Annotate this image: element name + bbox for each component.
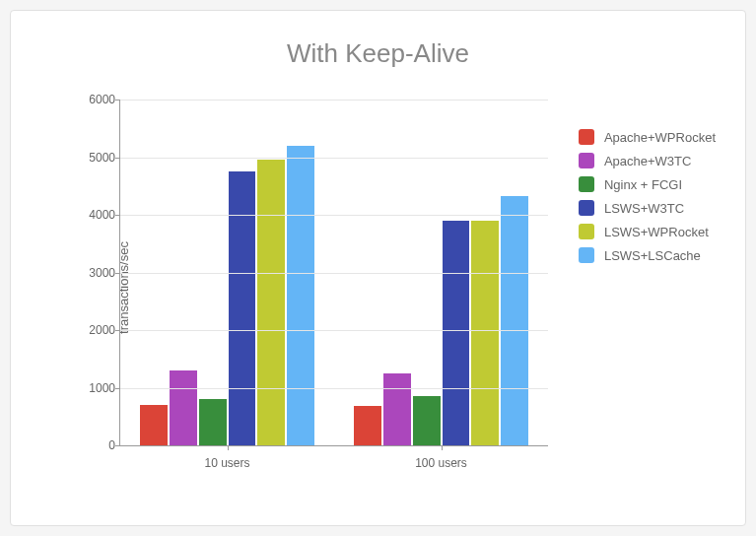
legend-label: LSWS+LSCache <box>604 248 701 263</box>
grid-line <box>120 273 548 274</box>
legend-swatch <box>579 129 594 145</box>
bar <box>354 406 381 445</box>
y-tick-label: 4000 <box>76 208 115 222</box>
y-tick-mark <box>115 273 120 274</box>
legend-label: LSWS+W3TC <box>604 201 684 216</box>
legend-swatch <box>579 153 594 168</box>
y-tick-mark <box>115 445 120 446</box>
bar <box>199 399 227 445</box>
legend-label: Apache+WPRocket <box>604 130 716 145</box>
y-tick-mark <box>115 158 120 159</box>
y-tick-label: 1000 <box>76 381 115 395</box>
legend-swatch <box>579 224 594 239</box>
legend-item: LSWS+W3TC <box>579 200 716 216</box>
legend-swatch <box>579 176 594 192</box>
y-tick-mark <box>115 100 120 100</box>
legend: Apache+WPRocketApache+W3TCNginx + FCGILS… <box>579 129 716 271</box>
grid-line <box>120 330 548 331</box>
legend-item: Nginx + FCGI <box>579 176 716 192</box>
bar <box>501 196 528 445</box>
bar <box>443 221 470 445</box>
grid-line <box>120 215 548 216</box>
legend-label: Apache+W3TC <box>604 154 692 168</box>
x-tick-label: 100 users <box>334 456 548 470</box>
legend-label: LSWS+WPRocket <box>604 225 709 239</box>
legend-label: Nginx + FCGI <box>604 177 682 192</box>
bar <box>140 405 168 445</box>
y-tick-label: 6000 <box>76 93 115 106</box>
bar <box>383 373 411 445</box>
bar <box>229 171 256 445</box>
y-tick-label: 3000 <box>76 266 115 280</box>
grid-line <box>120 388 548 389</box>
y-tick-mark <box>115 330 120 331</box>
grid-line <box>120 158 548 159</box>
legend-item: Apache+W3TC <box>579 153 716 168</box>
y-tick-mark <box>115 215 120 216</box>
chart-title: With Keep-Alive <box>11 38 745 69</box>
bar <box>257 160 285 445</box>
x-tick-mark <box>442 445 443 450</box>
chart-card: With Keep-Alive transactions/sec 10 user… <box>10 10 746 526</box>
x-tick-label: 10 users <box>120 456 334 470</box>
bar <box>287 146 314 445</box>
x-tick-mark <box>228 445 229 450</box>
y-tick-mark <box>115 388 120 389</box>
bar <box>413 396 441 445</box>
legend-swatch <box>579 200 594 216</box>
y-tick-label: 5000 <box>76 151 115 165</box>
legend-swatch <box>579 247 594 263</box>
legend-item: Apache+WPRocket <box>579 129 716 145</box>
legend-item: LSWS+WPRocket <box>579 224 716 239</box>
y-tick-label: 0 <box>76 438 115 452</box>
bar <box>471 221 499 445</box>
plot-area: 10 users100 users 0100020003000400050006… <box>119 100 548 446</box>
y-tick-label: 2000 <box>76 323 115 337</box>
bar <box>170 370 197 445</box>
chart-area: transactions/sec 10 users100 users 01000… <box>60 100 548 476</box>
grid-line <box>120 100 548 100</box>
legend-item: LSWS+LSCache <box>579 247 716 263</box>
